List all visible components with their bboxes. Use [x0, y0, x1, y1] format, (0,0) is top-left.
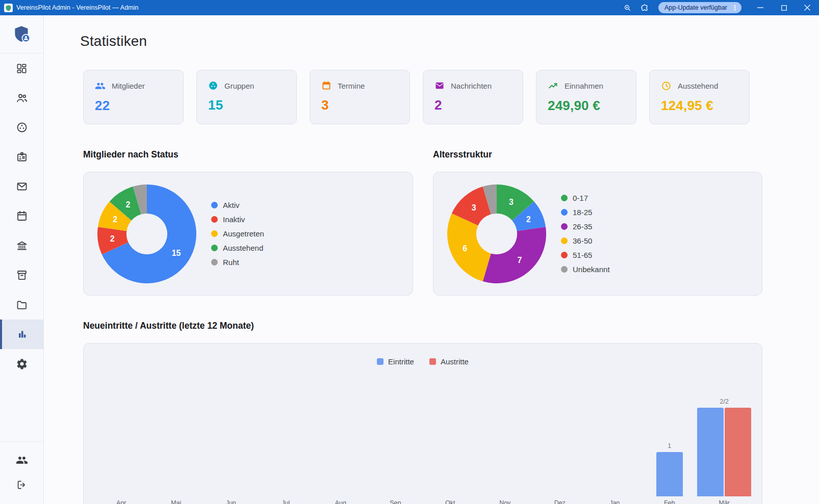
x-axis-label: Dez: [532, 499, 587, 504]
sidebar-item-calendar[interactable]: [0, 201, 43, 231]
status-chart-legend: AktivInaktivAusgetretenAusstehendRuht: [211, 198, 264, 270]
sidebar: [0, 15, 44, 504]
sidebar-item-messages[interactable]: [0, 172, 43, 201]
stat-card-einnahmen: Einnahmen249,90 €: [536, 70, 636, 124]
trending-up-icon: [548, 81, 558, 91]
sidebar-item-documents[interactable]: [0, 290, 43, 320]
stat-card-gruppen: Gruppen15: [196, 70, 297, 124]
stats-cards-row: Mitglieder22Gruppen15Termine3Nachrichten…: [83, 70, 819, 124]
legend-label: 0-17: [573, 194, 588, 202]
stat-card-label: Nachrichten: [451, 82, 492, 90]
bar-eintritte-mär[interactable]: [697, 408, 724, 496]
legend-label: Ruht: [223, 258, 239, 267]
bar-group-jan: [587, 367, 643, 496]
legend-item-51-65[interactable]: 51-65: [561, 248, 610, 262]
legend-item-26-35[interactable]: 26-35: [561, 220, 610, 234]
close-button[interactable]: [796, 0, 819, 15]
x-axis-label: Sep: [368, 499, 423, 504]
dashboard-icon: [16, 63, 28, 74]
finances-icon: [16, 240, 28, 252]
bar-group-okt: [423, 367, 478, 496]
legend-item-inaktiv[interactable]: Inaktiv: [211, 213, 264, 227]
zoom-icon[interactable]: [619, 0, 636, 15]
bar-group-mai: [149, 367, 204, 496]
update-menu-dots-icon: ⋮: [731, 4, 738, 12]
status-chart-title: Mitglieder nach Status: [83, 149, 413, 160]
sidebar-item-logout[interactable]: [0, 472, 43, 497]
donut-slice-36-50[interactable]: [447, 213, 491, 281]
bar-value-label: 2/2: [697, 398, 752, 405]
bar-group-dez: [532, 367, 587, 496]
legend-dot-icon: [561, 237, 568, 244]
bar-austritte-mär[interactable]: [725, 408, 751, 496]
minimize-button[interactable]: [749, 0, 772, 15]
status-donut-chart: 15222: [96, 183, 198, 285]
donut-value-label: 3: [509, 198, 514, 206]
x-axis-label: Mär: [697, 499, 752, 504]
extensions-icon[interactable]: [636, 0, 653, 15]
x-axis-label: Apr: [94, 499, 149, 504]
legend-item-0-17[interactable]: 0-17: [561, 191, 610, 205]
groups-filled-icon: [208, 81, 218, 91]
sidebar-item-groups[interactable]: [0, 113, 43, 142]
documents-icon: [16, 299, 28, 311]
sidebar-item-membership-card[interactable]: [0, 142, 43, 172]
legend-item-ausstehend[interactable]: Ausstehend: [211, 241, 264, 255]
calendar-filled-icon: [321, 81, 331, 91]
sidebar-item-users[interactable]: [0, 448, 43, 472]
legend-item-ausgetreten[interactable]: Ausgetreten: [211, 227, 264, 241]
legend-label: 36-50: [573, 236, 592, 245]
x-axis-label: Mai: [149, 499, 204, 504]
legend-label: Inaktiv: [223, 215, 245, 224]
donut-value-label: 2: [526, 215, 531, 224]
users-icon: [16, 454, 28, 466]
main-content: Statistiken Mitglieder22Gruppen15Termine…: [44, 15, 819, 504]
app-update-label: App-Update verfügbar: [664, 4, 727, 11]
donut-value-label: 7: [517, 256, 522, 264]
people-filled-icon: [95, 81, 106, 91]
bar-group-mär: 2/2: [697, 367, 752, 496]
legend-item-18-25[interactable]: 18-25: [561, 205, 610, 220]
legend-item-austritte[interactable]: Austritte: [429, 357, 469, 366]
donut-value-label: 3: [472, 203, 476, 211]
calendar-icon: [16, 210, 28, 222]
x-axis-label: Aug: [313, 499, 368, 504]
donut-value-label: 2: [113, 215, 117, 224]
age-donut-chart: 32763: [446, 183, 548, 285]
logout-icon: [16, 479, 28, 491]
sidebar-item-dashboard[interactable]: [0, 54, 43, 83]
legend-dot-icon: [211, 259, 218, 266]
app-update-button[interactable]: App-Update verfügbar ⋮: [658, 2, 741, 13]
maximize-button[interactable]: [772, 0, 796, 15]
bar-eintritte-feb[interactable]: [656, 452, 683, 496]
age-chart-section: Altersstruktur 32763 0-1718-2526-3536-50…: [433, 149, 762, 296]
app-logo: [0, 15, 43, 54]
sidebar-item-finances[interactable]: [0, 231, 43, 260]
statistics-icon: [16, 328, 28, 340]
donut-value-label: 2: [110, 234, 115, 243]
sidebar-item-archive[interactable]: [0, 260, 43, 290]
sidebar-item-settings[interactable]: [0, 349, 43, 379]
legend-item-unbekannt[interactable]: Unbekannt: [561, 262, 610, 277]
entries-exits-title: Neueintritte / Austritte (letzte 12 Mona…: [83, 321, 762, 331]
app-icon: [4, 4, 13, 12]
legend-label: Unbekannt: [573, 265, 610, 274]
donut-value-label: 2: [126, 200, 131, 208]
legend-item-eintritte[interactable]: Eintritte: [377, 357, 414, 366]
sidebar-item-statistics[interactable]: [0, 320, 43, 349]
stat-card-nachrichten: Nachrichten2: [423, 70, 523, 124]
entries-exits-chart-card: EintritteAustritte 12/2 AprMaiJunJulAugS…: [83, 343, 762, 504]
bar-group-apr: [94, 367, 149, 496]
x-axis-label: Okt: [423, 499, 478, 504]
legend-dot-icon: [211, 202, 218, 208]
stat-card-label: Termine: [338, 82, 365, 90]
bar-group-nov: [478, 367, 533, 496]
sidebar-item-members[interactable]: [0, 83, 43, 113]
archive-icon: [16, 269, 28, 281]
legend-item-ruht[interactable]: Ruht: [211, 255, 264, 270]
legend-item-aktiv[interactable]: Aktiv: [211, 198, 264, 213]
donut-slice-26-35[interactable]: [483, 227, 546, 283]
legend-label: Ausstehend: [223, 244, 263, 252]
bar-group-sep: [368, 367, 423, 496]
legend-item-36-50[interactable]: 36-50: [561, 234, 610, 248]
